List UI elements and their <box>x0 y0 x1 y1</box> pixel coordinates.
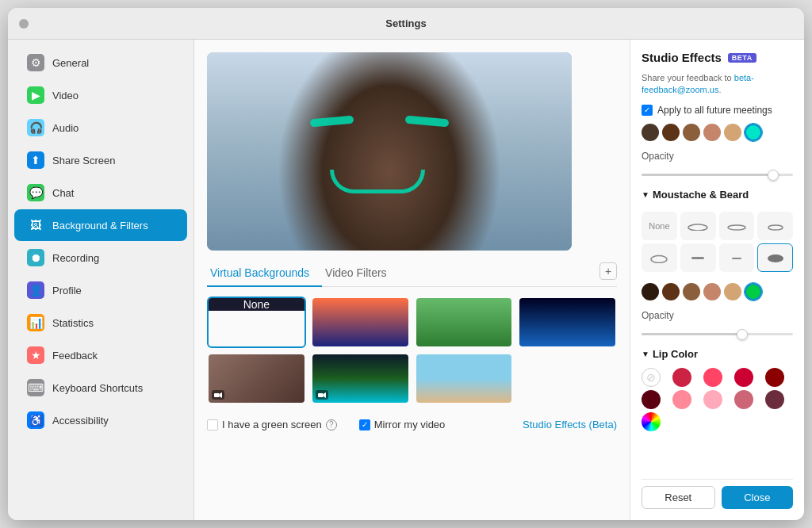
studio-effects-link[interactable]: Studio Effects (Beta) <box>523 419 617 430</box>
backgrounds-grid: None <box>207 297 617 404</box>
beard-swatch-2[interactable] <box>662 283 680 300</box>
sidebar-item-video[interactable]: ▶ Video <box>14 79 187 111</box>
lip-swatch-6[interactable] <box>672 390 691 409</box>
sidebar-item-feedback[interactable]: ★ Feedback <box>14 339 187 371</box>
beard-swatch-5[interactable] <box>724 283 741 300</box>
beard-swatch-1[interactable] <box>642 283 659 300</box>
beard-thin1[interactable] <box>680 212 716 240</box>
background-golden-gate[interactable] <box>311 297 410 348</box>
svg-marker-3 <box>323 392 326 398</box>
beard-full[interactable] <box>757 243 793 272</box>
sidebar-item-accessibility[interactable]: ♿ Accessibility <box>14 404 187 436</box>
sidebar-icon-recording: ⏺ <box>27 249 44 266</box>
video-person <box>207 52 572 251</box>
lip-section-header[interactable]: ▼ Lip Color <box>642 348 793 360</box>
video-preview <box>207 52 572 251</box>
lip-swatch-5[interactable] <box>642 390 661 409</box>
beard-opacity-slider[interactable] <box>642 329 793 340</box>
lip-swatch-1[interactable] <box>672 368 691 387</box>
sidebar-label-general: General <box>52 57 89 69</box>
beard-slider-thumb[interactable] <box>737 329 748 340</box>
background-beach[interactable] <box>415 353 514 404</box>
tab-virtual-backgrounds[interactable]: Virtual Backgrounds <box>207 260 322 287</box>
lip-swatch-rainbow[interactable] <box>642 412 661 431</box>
sidebar-item-share-screen[interactable]: ⬆ Share Screen <box>14 144 187 176</box>
beard-thin2[interactable] <box>719 212 755 240</box>
eyebrow-opacity-slider[interactable] <box>642 170 793 181</box>
sidebar-icon-accessibility: ♿ <box>27 411 44 429</box>
feedback-link[interactable]: beta-feedback@zoom.us <box>642 73 754 94</box>
sidebar-label-keyboard: Keyboard Shortcuts <box>52 382 143 394</box>
sidebar-label-chat: Chat <box>52 187 74 199</box>
lip-none[interactable]: ⊘ <box>642 368 661 387</box>
eyebrow-slider-thumb[interactable] <box>768 170 779 181</box>
sidebar-icon-share-screen: ⬆ <box>27 151 44 169</box>
green-screen-checkbox[interactable] <box>207 419 218 430</box>
mustache-section-header[interactable]: ▼ Moustache & Beard <box>642 189 793 201</box>
eyebrow-left <box>310 116 354 128</box>
lip-swatch-4[interactable] <box>765 368 784 387</box>
lip-swatch-2[interactable] <box>703 368 722 387</box>
beard-circle[interactable] <box>757 212 793 240</box>
background-grass[interactable] <box>415 297 514 348</box>
eyebrow-swatch-1[interactable] <box>642 124 659 141</box>
apply-future-label: Apply to all future meetings <box>657 105 772 116</box>
lip-swatch-7[interactable] <box>703 390 722 409</box>
sidebar-item-profile[interactable]: 👤 Profile <box>14 274 187 306</box>
sidebar-item-recording[interactable]: ⏺ Recording <box>14 242 187 274</box>
beard-line[interactable] <box>719 243 755 272</box>
bg-none-label: None <box>209 298 304 311</box>
lip-swatch-3[interactable] <box>734 368 753 387</box>
mirror-wrap: ✓ Mirror my video <box>359 419 446 430</box>
sidebar-item-audio[interactable]: 🎧 Audio <box>14 112 187 143</box>
sidebar-item-statistics[interactable]: 📊 Statistics <box>14 307 187 339</box>
background-none[interactable]: None <box>207 297 306 348</box>
sidebar-item-general[interactable]: ⚙ General <box>14 47 187 78</box>
background-earth[interactable] <box>518 297 617 348</box>
mirror-checkbox[interactable]: ✓ <box>359 419 370 430</box>
beard-classic[interactable] <box>680 243 716 272</box>
close-button[interactable]: Close <box>722 486 794 509</box>
sidebar-icon-video: ▶ <box>27 86 44 104</box>
sidebar-item-chat[interactable]: 💬 Chat <box>14 177 187 209</box>
eyebrow-swatch-2[interactable] <box>662 124 680 141</box>
lip-chevron-icon: ▼ <box>642 350 649 358</box>
beard-oval[interactable] <box>642 243 677 272</box>
bottom-bar: I have a green screen ? ✓ Mirror my vide… <box>207 419 617 430</box>
beard-swatch-4[interactable] <box>703 283 721 300</box>
aurora-video-badge <box>316 390 328 400</box>
beard-swatch-6[interactable] <box>745 283 762 300</box>
sidebar-icon-chat: 💬 <box>27 184 44 201</box>
reset-button[interactable]: Reset <box>642 486 715 509</box>
mirror-label: Mirror my video <box>374 419 446 430</box>
sidebar-label-profile: Profile <box>52 285 82 297</box>
settings-window: Settings ⚙ General ▶ Video 🎧 Audio ⬆ Sha… <box>8 8 804 520</box>
svg-point-10 <box>768 254 783 262</box>
sidebar-item-background[interactable]: 🖼 Background & Filters <box>14 209 187 241</box>
beard-slider-track <box>642 333 793 335</box>
sidebar: ⚙ General ▶ Video 🎧 Audio ⬆ Share Screen… <box>8 40 194 520</box>
apply-future-checkbox[interactable]: ✓ <box>642 105 653 116</box>
eyebrow-swatch-3[interactable] <box>683 124 700 141</box>
sidebar-icon-feedback: ★ <box>27 346 44 364</box>
window-close-button[interactable] <box>19 19 29 29</box>
eyebrow-swatch-5[interactable] <box>724 124 741 141</box>
background-living-room[interactable] <box>207 353 306 404</box>
tab-video-filters[interactable]: Video Filters <box>322 260 400 287</box>
apply-future-row: ✓ Apply to all future meetings <box>642 105 793 116</box>
add-background-button[interactable]: + <box>599 262 617 280</box>
svg-rect-0 <box>214 393 220 397</box>
lip-swatch-9[interactable] <box>765 390 784 409</box>
eyebrow-swatch-4[interactable] <box>703 124 721 141</box>
green-screen-help-icon[interactable]: ? <box>326 419 337 430</box>
beard-swatch-3[interactable] <box>683 283 700 300</box>
eyebrow-swatch-6[interactable] <box>745 124 762 141</box>
svg-rect-8 <box>691 257 704 259</box>
beard-none[interactable]: None <box>642 212 677 240</box>
background-aurora[interactable] <box>311 353 410 404</box>
eyebrow-opacity-label: Opacity <box>642 151 793 162</box>
sidebar-item-keyboard[interactable]: ⌨ Keyboard Shortcuts <box>14 372 187 404</box>
mustache-chevron-icon: ▼ <box>642 190 649 199</box>
lip-swatch-8[interactable] <box>734 390 753 409</box>
sidebar-label-video: Video <box>52 90 79 101</box>
